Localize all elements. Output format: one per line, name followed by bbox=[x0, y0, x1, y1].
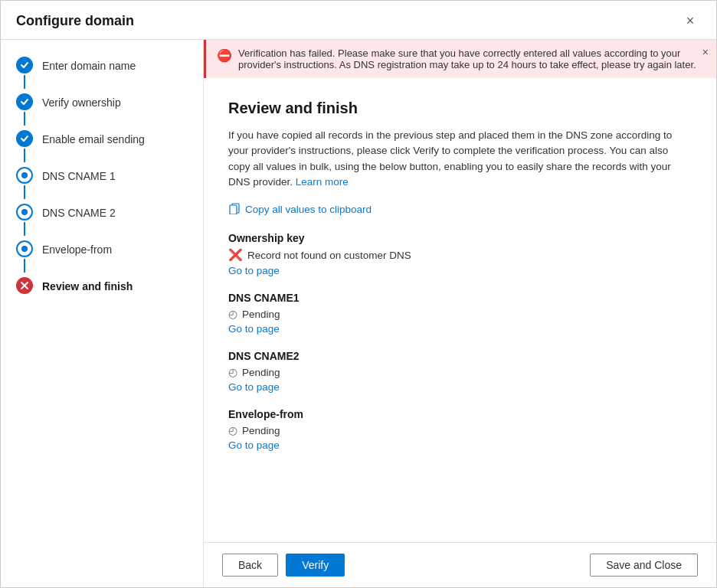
alert-banner: ⛔ Verification has failed. Please make s… bbox=[204, 40, 716, 78]
dialog-header: Configure domain × bbox=[1, 1, 716, 40]
go-to-page-link-envelope-from[interactable]: Go to page bbox=[228, 439, 692, 451]
alert-error-icon: ⛔ bbox=[217, 48, 232, 63]
record-section-envelope-from: Envelope-from◴PendingGo to page bbox=[228, 408, 692, 451]
sidebar-step-label-dns-cname-2: DNS CNAME 2 bbox=[42, 204, 116, 220]
verify-button[interactable]: Verify bbox=[286, 554, 345, 577]
record-section-dns-cname1: DNS CNAME1◴PendingGo to page bbox=[228, 292, 692, 335]
copy-all-values-link[interactable]: Copy all values to clipboard bbox=[228, 202, 692, 217]
record-status-ownership-key: ❌Record not found on customer DNS bbox=[228, 248, 692, 262]
svg-rect-3 bbox=[230, 205, 237, 214]
record-status-dns-cname1: ◴Pending bbox=[228, 308, 692, 320]
sidebar-step-label-dns-cname-1: DNS CNAME 1 bbox=[42, 167, 116, 183]
sidebar-step-enable-email[interactable]: Enable email sending bbox=[1, 129, 203, 165]
clipboard-icon bbox=[228, 202, 241, 217]
record-section-dns-cname2: DNS CNAME2◴PendingGo to page bbox=[228, 350, 692, 393]
error-icon: ❌ bbox=[228, 248, 243, 262]
footer-left-buttons: Back Verify bbox=[222, 554, 345, 577]
sidebar-step-label-enable-email: Enable email sending bbox=[42, 130, 145, 146]
sidebar-step-envelope-from[interactable]: Envelope-from bbox=[1, 239, 203, 276]
records-container: Ownership key❌Record not found on custom… bbox=[228, 232, 692, 451]
dialog-footer: Back Verify Save and Close bbox=[204, 542, 716, 587]
status-text: Pending bbox=[242, 309, 280, 320]
configure-domain-dialog: Configure domain × Enter domain nameVeri… bbox=[0, 0, 717, 588]
record-status-dns-cname2: ◴Pending bbox=[228, 366, 692, 378]
sidebar-step-label-enter-domain: Enter domain name bbox=[42, 57, 136, 73]
sidebar-step-verify-ownership[interactable]: Verify ownership bbox=[1, 92, 203, 129]
go-to-page-link-dns-cname1[interactable]: Go to page bbox=[228, 323, 692, 335]
save-close-button[interactable]: Save and Close bbox=[590, 554, 698, 577]
dialog-title: Configure domain bbox=[16, 13, 134, 29]
description-text: If you have copied all records in the pr… bbox=[228, 128, 692, 190]
learn-more-link[interactable]: Learn more bbox=[296, 176, 349, 188]
status-text: Pending bbox=[242, 367, 280, 378]
copy-label: Copy all values to clipboard bbox=[245, 204, 372, 215]
alert-message: Verification has failed. Please make sur… bbox=[238, 47, 706, 70]
alert-close-button[interactable]: × bbox=[702, 46, 709, 58]
go-to-page-link-dns-cname2[interactable]: Go to page bbox=[228, 381, 692, 393]
content-area: Review and finish If you have copied all… bbox=[204, 78, 716, 542]
status-text: Pending bbox=[242, 425, 280, 436]
sidebar-step-enter-domain[interactable]: Enter domain name bbox=[1, 55, 203, 92]
section-title: Review and finish bbox=[228, 100, 692, 117]
sidebar-step-review-finish[interactable]: Review and finish bbox=[1, 276, 203, 296]
sidebar-step-dns-cname-1[interactable]: DNS CNAME 1 bbox=[1, 165, 203, 202]
dialog-body: Enter domain nameVerify ownershipEnable … bbox=[1, 40, 716, 587]
dialog-close-button[interactable]: × bbox=[679, 10, 701, 31]
record-title-dns-cname1: DNS CNAME1 bbox=[228, 292, 692, 304]
status-text: Record not found on customer DNS bbox=[247, 250, 411, 261]
record-status-envelope-from: ◴Pending bbox=[228, 424, 692, 436]
sidebar: Enter domain nameVerify ownershipEnable … bbox=[1, 40, 204, 587]
main-content: ⛔ Verification has failed. Please make s… bbox=[204, 40, 716, 587]
sidebar-step-label-envelope-from: Envelope-from bbox=[42, 240, 112, 256]
back-button[interactable]: Back bbox=[222, 554, 278, 577]
record-title-ownership-key: Ownership key bbox=[228, 232, 692, 244]
sidebar-step-dns-cname-2[interactable]: DNS CNAME 2 bbox=[1, 202, 203, 239]
sidebar-step-label-review-finish: Review and finish bbox=[42, 277, 133, 293]
record-section-ownership-key: Ownership key❌Record not found on custom… bbox=[228, 232, 692, 276]
record-title-envelope-from: Envelope-from bbox=[228, 408, 692, 420]
pending-icon: ◴ bbox=[228, 424, 237, 436]
sidebar-step-label-verify-ownership: Verify ownership bbox=[42, 93, 121, 109]
pending-icon: ◴ bbox=[228, 366, 237, 378]
pending-icon: ◴ bbox=[228, 308, 237, 320]
go-to-page-link-ownership-key[interactable]: Go to page bbox=[228, 265, 692, 276]
record-title-dns-cname2: DNS CNAME2 bbox=[228, 350, 692, 362]
